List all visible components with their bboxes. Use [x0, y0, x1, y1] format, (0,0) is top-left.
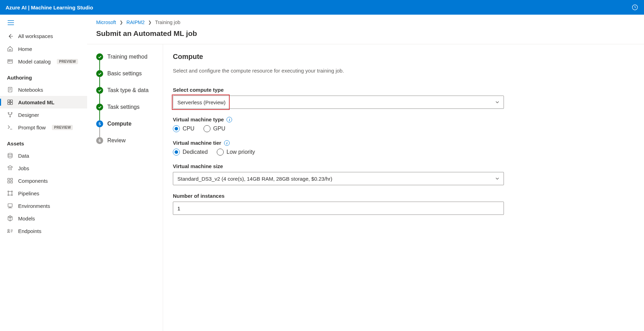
sidebar-item-label: Data: [18, 153, 29, 159]
sidebar-item-prompt-flow[interactable]: Prompt flow PREVIEW: [0, 121, 87, 134]
check-icon: [96, 87, 103, 94]
notebook-icon: [7, 86, 13, 93]
svg-point-24: [8, 191, 9, 192]
vm-type-field: Virtual machine type i CPU GPU: [173, 116, 504, 132]
step-label: Compute: [107, 121, 131, 127]
main-content: Microsoft ❯ RAIPM2 ❯ Training job Submit…: [87, 15, 644, 331]
sidebar-item-components[interactable]: Components: [0, 174, 87, 187]
vm-tier-field: Virtual machine tier i Dedicated Low pri…: [173, 140, 504, 156]
sidebar-item-designer[interactable]: Designer: [0, 108, 87, 121]
info-icon[interactable]: i: [224, 140, 230, 146]
home-icon: [7, 46, 13, 52]
all-workspaces-link[interactable]: All workspaces: [0, 30, 87, 43]
step-connector: [99, 94, 100, 104]
vm-size-field: Virtual machine size Standard_DS3_v2 (4 …: [173, 163, 504, 185]
step-label: Task settings: [107, 104, 139, 110]
step-training-method[interactable]: Training method: [96, 53, 163, 60]
svg-rect-22: [8, 181, 9, 183]
clock-icon[interactable]: [631, 4, 638, 11]
svg-rect-5: [9, 60, 10, 61]
step-label: Review: [107, 137, 125, 144]
step-label: Task type & data: [107, 87, 148, 93]
sidebar-item-jobs[interactable]: Jobs: [0, 162, 87, 174]
hamburger-icon[interactable]: [0, 19, 87, 30]
radio-icon: [217, 149, 224, 156]
sidebar-item-endpoints[interactable]: Endpoints: [0, 225, 87, 237]
compute-type-field: Select compute type Serverless (Preview): [173, 87, 504, 109]
stepper: Training method Basic settings Task type…: [87, 44, 163, 331]
compute-description: Select and configure the compute resourc…: [173, 68, 634, 74]
vm-size-value: Standard_DS3_v2 (4 core(s), 14GB RAM, 28…: [177, 176, 332, 182]
instances-field: Number of instances: [173, 193, 504, 215]
svg-rect-20: [8, 178, 9, 180]
breadcrumb-link-workspace[interactable]: RAIPM2: [127, 20, 145, 25]
chevron-down-icon: [495, 100, 499, 104]
chevron-right-icon: ❯: [120, 20, 123, 25]
authoring-heading: Authoring: [0, 68, 87, 83]
vm-size-select[interactable]: Standard_DS3_v2 (4 core(s), 14GB RAM, 28…: [173, 172, 504, 185]
svg-point-27: [12, 195, 13, 196]
radio-gpu[interactable]: GPU: [204, 125, 225, 132]
arrow-left-icon: [8, 33, 13, 39]
sidebar-item-label: Home: [18, 46, 32, 52]
jobs-icon: [7, 165, 13, 171]
breadcrumb-current: Training job: [155, 20, 181, 25]
preview-badge: PREVIEW: [52, 125, 73, 130]
prompt-flow-icon: [7, 124, 13, 130]
sidebar-item-pipelines[interactable]: Pipelines: [0, 187, 87, 200]
breadcrumb-link-microsoft[interactable]: Microsoft: [96, 20, 116, 25]
breadcrumb: Microsoft ❯ RAIPM2 ❯ Training job: [87, 15, 644, 27]
sidebar-item-label: Endpoints: [18, 228, 41, 234]
step-number: 5: [96, 120, 103, 127]
svg-rect-8: [8, 87, 12, 92]
svg-rect-21: [11, 178, 13, 180]
svg-point-25: [12, 191, 13, 192]
sidebar-item-label: Model catalog: [18, 59, 51, 65]
sidebar-item-label: Jobs: [18, 165, 29, 171]
sidebar-item-home[interactable]: Home: [0, 43, 87, 55]
step-number: 6: [96, 137, 103, 144]
designer-icon: [7, 112, 13, 118]
compute-type-select[interactable]: Serverless (Preview): [173, 96, 504, 109]
step-review[interactable]: 6 Review: [96, 137, 163, 144]
radio-low-priority[interactable]: Low priority: [217, 149, 255, 156]
sidebar-item-label: Components: [18, 178, 48, 184]
sidebar-item-label: Models: [18, 216, 35, 221]
sidebar-item-model-catalog[interactable]: Model catalog PREVIEW: [0, 55, 87, 68]
chevron-down-icon: [495, 176, 499, 181]
topbar-right: [631, 4, 638, 11]
info-icon[interactable]: i: [227, 117, 232, 122]
radio-dedicated[interactable]: Dedicated: [173, 149, 208, 156]
radio-label: CPU: [183, 126, 194, 132]
step-task-type-data[interactable]: Task type & data: [96, 87, 163, 94]
svg-point-17: [11, 112, 12, 113]
step-basic-settings[interactable]: Basic settings: [96, 70, 163, 77]
radio-icon: [173, 149, 180, 156]
instances-input[interactable]: [173, 202, 504, 215]
step-connector: [99, 60, 100, 70]
radio-cpu[interactable]: CPU: [173, 125, 194, 132]
step-connector: [99, 111, 100, 120]
step-connector: [99, 127, 100, 137]
sidebar-item-label: Environments: [18, 203, 50, 209]
radio-label: Dedicated: [183, 149, 208, 155]
data-icon: [7, 152, 13, 159]
step-task-settings[interactable]: Task settings: [96, 104, 163, 111]
vm-tier-label: Virtual machine tier: [173, 140, 221, 146]
sidebar-item-automated-ml[interactable]: Automated ML: [0, 96, 87, 108]
check-icon: [96, 70, 103, 77]
step-compute[interactable]: 5 Compute: [96, 120, 163, 127]
sidebar-item-models[interactable]: Models: [0, 212, 87, 225]
svg-point-26: [8, 195, 9, 196]
sidebar-item-notebooks[interactable]: Notebooks: [0, 83, 87, 96]
preview-badge: PREVIEW: [57, 59, 78, 64]
models-icon: [7, 215, 13, 221]
svg-rect-15: [10, 103, 13, 105]
sidebar-item-data[interactable]: Data: [0, 149, 87, 162]
all-workspaces-label: All workspaces: [18, 33, 53, 39]
check-icon: [96, 104, 103, 111]
chevron-right-icon: ❯: [148, 20, 152, 25]
sidebar-item-environments[interactable]: Environments: [0, 200, 87, 212]
step-label: Basic settings: [107, 70, 142, 77]
assets-heading: Assets: [0, 134, 87, 149]
